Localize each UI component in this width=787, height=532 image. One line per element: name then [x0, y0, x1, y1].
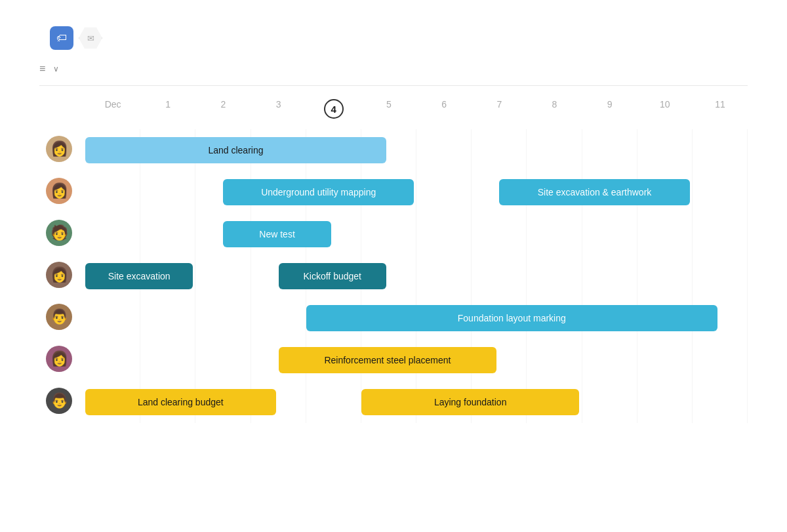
avatar-col: 👩	[46, 136, 75, 165]
avatar-col: 👨	[46, 304, 75, 333]
timeline-col-5: 5	[361, 99, 416, 119]
gantt-row: 👨Land clearing budgetLaying foundation	[85, 381, 748, 423]
gantt-bar[interactable]: Foundation layout marking	[306, 305, 717, 331]
timeline-col-6: 6	[416, 99, 472, 119]
gantt-row: 👩Reinforcement steel placement	[85, 339, 748, 381]
gantt-bar[interactable]: New test	[223, 221, 331, 247]
avatar: 👩	[46, 346, 72, 372]
gantt-row: 👨Foundation layout marking	[85, 297, 748, 339]
gantt-row: 👩Site excavationKickoff budget	[85, 255, 748, 297]
gantt-bars: Underground utility mappingSite excavati…	[85, 171, 748, 213]
timeline-col-2: 2	[195, 99, 251, 119]
header: 🏷 ✉	[39, 26, 748, 50]
gantt-bar[interactable]: Laying foundation	[361, 389, 580, 415]
avatar: 👨	[46, 304, 72, 330]
avatar-col: 👩	[46, 346, 75, 375]
gantt-bars: Site excavationKickoff budget	[85, 255, 748, 297]
timeline-col-11: 11	[693, 99, 748, 119]
gantt-body: 👩Land clearing👩Underground utility mappi…	[85, 129, 748, 423]
gantt-bar[interactable]: Kickoff budget	[279, 263, 386, 289]
gantt-bars: Land clearing budgetLaying foundation	[85, 381, 748, 423]
timeline-col-10: 10	[637, 99, 693, 119]
avatar-col: 👩	[46, 178, 75, 207]
avatar: 🧑	[46, 220, 72, 246]
page-container: 🏷 ✉ ≡ ∨ Dec1234567891011 👩Land clearing👩…	[0, 0, 787, 436]
gantt-bars: Land clearing	[85, 129, 748, 171]
gantt-bar[interactable]: Site excavation & earthwork	[499, 179, 690, 205]
gantt-row: 👩Underground utility mappingSite excavat…	[85, 171, 748, 213]
gantt-row: 🧑New test	[85, 213, 748, 255]
gantt-bar[interactable]: Underground utility mapping	[223, 179, 414, 205]
header-icons: 🏷 ✉	[50, 26, 102, 50]
timeline-col-3: 3	[251, 99, 306, 119]
timeline-col-Dec: Dec	[85, 99, 140, 119]
list-icon: ≡	[39, 63, 45, 75]
timeline-col-4: 4	[306, 99, 361, 119]
gantt-bar[interactable]: Land clearing budget	[85, 389, 276, 415]
divider	[39, 85, 748, 86]
gantt-bars: New test	[85, 213, 748, 255]
gantt-bars: Foundation layout marking	[85, 297, 748, 339]
gantt-bar[interactable]: Site excavation	[85, 263, 193, 289]
avatar-col: 🧑	[46, 220, 75, 249]
email-icon-button[interactable]: ✉	[79, 26, 102, 50]
timeline-col-9: 9	[582, 99, 637, 119]
avatar: 👨	[46, 388, 72, 414]
avatar: 👩	[46, 178, 72, 204]
avatar-col: 👩	[46, 262, 75, 291]
gantt-bar[interactable]: Reinforcement steel placement	[279, 347, 497, 373]
timeline-header: Dec1234567891011	[85, 99, 748, 119]
timeline-container: Dec1234567891011 👩Land clearing👩Undergro…	[39, 99, 748, 423]
avatar: 👩	[46, 136, 72, 162]
timeline-col-8: 8	[527, 99, 582, 119]
timeline-view-toolbar[interactable]: ≡ ∨	[39, 63, 748, 75]
timeline-col-1: 1	[140, 99, 195, 119]
gantt-row: 👩Land clearing	[85, 129, 748, 171]
timeline-col-7: 7	[472, 99, 527, 119]
tag-icon-button[interactable]: 🏷	[50, 26, 73, 50]
today-indicator: 4	[324, 99, 344, 119]
gantt-bars: Reinforcement steel placement	[85, 339, 748, 381]
gantt-bar[interactable]: Land clearing	[85, 137, 386, 163]
chevron-down-icon: ∨	[53, 64, 59, 73]
avatar-col: 👨	[46, 388, 75, 417]
avatar: 👩	[46, 262, 72, 288]
